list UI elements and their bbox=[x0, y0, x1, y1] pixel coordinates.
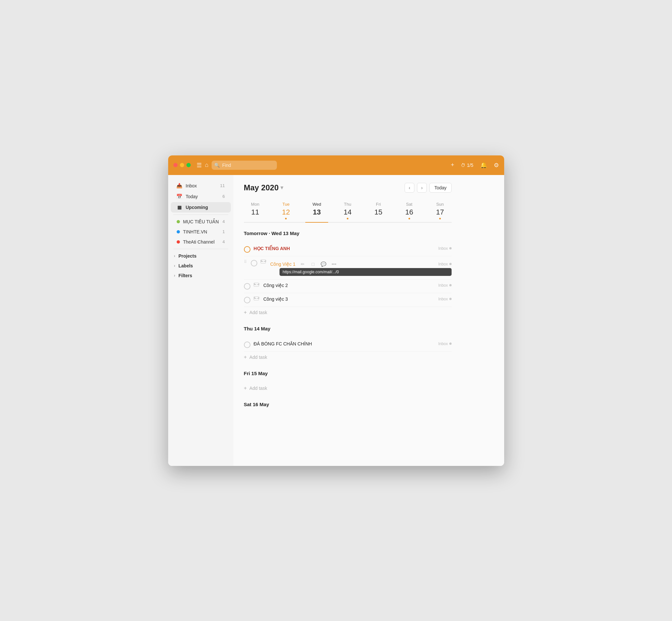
maximize-button[interactable] bbox=[186, 163, 191, 167]
task-content-da-bong: ĐÁ BÓNG FC CHÂN CHÍNH Inbox bbox=[254, 341, 452, 346]
add-task-plus-icon-tomorrow: + bbox=[244, 309, 247, 316]
sidebar-item-labels[interactable]: › Labels bbox=[168, 261, 234, 271]
task-inbox-label-da-bong: Inbox bbox=[438, 341, 448, 346]
sidebar: 📥 Inbox 11 📅 Today 6 ▦ Upcoming MỤC TIÊU… bbox=[168, 175, 234, 466]
sidebar-item-today[interactable]: 📅 Today 6 bbox=[171, 191, 231, 202]
day-col-sun17[interactable]: Sun 17 bbox=[428, 199, 451, 222]
task-row-da-bong: ĐÁ BÓNG FC CHÂN CHÍNH Inbox bbox=[254, 341, 452, 346]
task-checkbox-cong-viec-2[interactable] bbox=[244, 283, 250, 290]
day-col-wed13[interactable]: Wed 13 bbox=[305, 199, 328, 222]
muc-tieu-tuan-label: MỤC TIÊU TUẦN bbox=[183, 219, 219, 224]
header-nav: ‹ › Today bbox=[405, 183, 451, 193]
timer-label: 1/5 bbox=[467, 163, 473, 168]
task-checkbox-cong-viec-3[interactable] bbox=[244, 297, 250, 303]
upcoming-icon: ▦ bbox=[177, 204, 182, 210]
more-button-cong-viec-1[interactable]: ••• bbox=[330, 259, 339, 269]
task-checkbox-hoc-tieng-anh[interactable] bbox=[244, 246, 250, 253]
edit-button-cong-viec-1[interactable]: ✏ bbox=[298, 259, 307, 269]
task-label-cong-viec-2: Inbox bbox=[438, 283, 451, 288]
labels-chevron-icon: › bbox=[174, 263, 175, 268]
drag-handle-cong-viec-1[interactable]: ⠿ bbox=[244, 259, 247, 264]
sidebar-item-muc-tieu-tuan[interactable]: MỤC TIÊU TUẦN 4 bbox=[171, 217, 231, 226]
day-name-wed13: Wed bbox=[312, 202, 321, 207]
section-header-sat16: Sat 16 May bbox=[244, 402, 452, 409]
timer-icon: ⏱ bbox=[461, 163, 465, 168]
search-input[interactable] bbox=[212, 161, 277, 170]
muc-tieu-tuan-count: 4 bbox=[222, 219, 225, 224]
prev-week-button[interactable]: ‹ bbox=[405, 183, 414, 193]
add-task-button-thu14[interactable]: + Add task bbox=[244, 351, 267, 363]
day-name-sun17: Sun bbox=[436, 202, 444, 207]
tinhte-label: TINHTE.VN bbox=[183, 229, 207, 235]
sidebar-item-theati[interactable]: TheAti Channel 4 bbox=[171, 237, 231, 247]
day-num-tue12: 12 bbox=[282, 208, 290, 216]
day-col-mon11[interactable]: Mon 11 bbox=[244, 199, 267, 222]
sidebar-item-projects[interactable]: › Projects bbox=[168, 251, 234, 261]
add-task-plus-icon-thu14: + bbox=[244, 354, 247, 360]
next-week-button[interactable]: › bbox=[417, 183, 427, 193]
task-item-cong-viec-1: ⠿ Công Việc 1 ✏ □ 💬 ••• bbox=[244, 256, 452, 280]
tinhte-count: 1 bbox=[222, 229, 225, 234]
muc-tieu-tuan-dot bbox=[177, 220, 180, 223]
task-row-cong-viec-3: Công việc 3 Inbox bbox=[263, 296, 452, 302]
task-group-fri15: Fri 15 May + Add task bbox=[244, 371, 452, 394]
task-inbox-label-cong-viec-2: Inbox bbox=[438, 283, 448, 288]
add-button[interactable]: + bbox=[451, 162, 455, 168]
task-inbox-label-cong-viec-3: Inbox bbox=[438, 297, 448, 301]
schedule-button-cong-viec-1[interactable]: □ bbox=[308, 259, 318, 269]
section-header-thu14: Thu 14 May bbox=[244, 326, 452, 333]
sidebar-item-upcoming[interactable]: ▦ Upcoming bbox=[171, 202, 231, 213]
month-title[interactable]: May 2020 ▾ bbox=[244, 183, 284, 192]
task-title-cong-viec-1[interactable]: Công Việc 1 bbox=[270, 261, 295, 267]
task-label-dot-cong-viec-3 bbox=[449, 298, 452, 300]
add-task-label-thu14: Add task bbox=[249, 355, 267, 360]
day-dot-tue12 bbox=[285, 218, 287, 219]
comment-button-cong-viec-1[interactable]: 💬 bbox=[319, 259, 328, 269]
task-inbox-label-cong-viec-1: Inbox bbox=[438, 262, 448, 266]
mail-icon-cong-viec-2 bbox=[254, 283, 259, 287]
minimize-button[interactable] bbox=[180, 163, 184, 167]
content-header: May 2020 ▾ ‹ › Today bbox=[244, 183, 452, 193]
menu-icon[interactable]: ☰ bbox=[197, 162, 202, 169]
month-title-text: May 2020 bbox=[244, 183, 279, 192]
sidebar-item-tinhte[interactable]: TINHTE.VN 1 bbox=[171, 227, 231, 237]
task-label-dot-da-bong bbox=[449, 342, 452, 345]
projects-chevron-icon: › bbox=[174, 254, 175, 258]
task-content-cong-viec-2: Công việc 2 Inbox bbox=[263, 283, 452, 288]
inbox-count: 11 bbox=[220, 183, 225, 188]
task-label-dot-cong-viec-1 bbox=[449, 263, 452, 265]
content-area: May 2020 ▾ ‹ › Today Mon 11 bbox=[234, 175, 504, 466]
mail-icon-cong-viec-3 bbox=[254, 296, 259, 300]
day-col-thu14[interactable]: Thu 14 bbox=[336, 199, 359, 222]
section-header-tomorrow: Tomorrow · Wed 13 May bbox=[244, 231, 452, 238]
month-chevron-down-icon: ▾ bbox=[281, 184, 283, 191]
sidebar-item-filters[interactable]: › Filters bbox=[168, 271, 234, 281]
day-num-wed13: 13 bbox=[313, 208, 321, 216]
add-task-button-fri15[interactable]: + Add task bbox=[244, 383, 267, 394]
task-title-da-bong: ĐÁ BÓNG FC CHÂN CHÍNH bbox=[254, 341, 312, 346]
task-content-cong-viec-1: Công Việc 1 ✏ □ 💬 ••• Inbox bbox=[270, 259, 452, 276]
task-checkbox-cong-viec-1[interactable] bbox=[251, 260, 257, 266]
task-actions-cong-viec-1: ✏ □ 💬 ••• bbox=[298, 259, 339, 269]
inbox-icon: 📥 bbox=[177, 183, 182, 189]
home-icon[interactable]: ⌂ bbox=[205, 162, 209, 168]
main-area: 📥 Inbox 11 📅 Today 6 ▦ Upcoming MỤC TIÊU… bbox=[168, 175, 504, 466]
task-label-dot-cong-viec-2 bbox=[449, 284, 452, 286]
notification-button[interactable]: 🔔 bbox=[480, 162, 487, 169]
sidebar-item-upcoming-label: Upcoming bbox=[186, 205, 208, 210]
section-header-fri15: Fri 15 May bbox=[244, 371, 452, 378]
task-checkbox-da-bong[interactable] bbox=[244, 341, 250, 348]
task-content-hoc-tieng-anh: HỌC TIẾNG ANH Inbox bbox=[254, 246, 452, 251]
close-button[interactable] bbox=[173, 163, 178, 167]
sidebar-item-inbox[interactable]: 📥 Inbox 11 bbox=[171, 180, 231, 191]
timer-badge: ⏱ 1/5 bbox=[461, 163, 473, 168]
settings-button[interactable]: ⚙ bbox=[494, 162, 499, 169]
task-item-hoc-tieng-anh: HỌC TIẾNG ANH Inbox bbox=[244, 243, 452, 256]
day-col-tue12[interactable]: Tue 12 bbox=[275, 199, 297, 222]
today-button[interactable]: Today bbox=[429, 183, 451, 193]
add-task-button-tomorrow[interactable]: + Add task bbox=[244, 307, 267, 318]
day-col-sat16[interactable]: Sat 16 bbox=[398, 199, 421, 222]
sidebar-divider-1 bbox=[173, 214, 228, 215]
day-num-sun17: 17 bbox=[436, 208, 444, 216]
day-col-fri15[interactable]: Fri 15 bbox=[367, 199, 390, 222]
